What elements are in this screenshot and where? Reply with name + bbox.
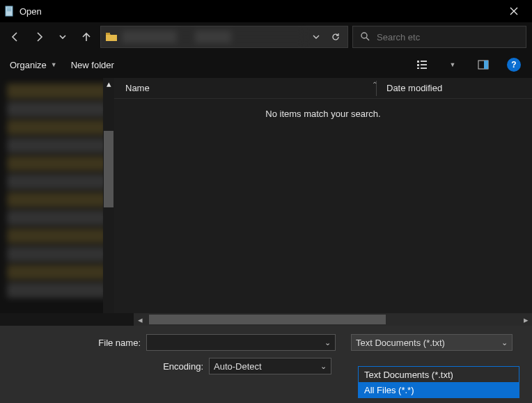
svg-rect-1 xyxy=(7,8,11,8)
filetype-select[interactable]: Text Documents (*.txt) ⌄ xyxy=(351,334,513,351)
close-button[interactable] xyxy=(500,1,528,21)
help-button[interactable]: ? xyxy=(506,56,522,73)
encoding-label: Encoding: xyxy=(0,361,209,372)
filetype-option[interactable]: Text Documents (*.txt) xyxy=(359,367,519,382)
nav-recent-button[interactable] xyxy=(53,27,72,47)
svg-rect-2 xyxy=(7,9,11,10)
address-bar[interactable] xyxy=(100,26,348,48)
svg-rect-3 xyxy=(7,10,11,11)
chevron-down-icon[interactable]: ⌄ xyxy=(501,338,508,347)
column-date-modified[interactable]: Date modified xyxy=(386,83,442,93)
filetype-option[interactable]: All Files (*.*) xyxy=(359,382,519,397)
filetype-dropdown[interactable]: Text Documents (*.txt) All Files (*.*) xyxy=(358,366,519,398)
nav-up-button[interactable] xyxy=(77,27,96,47)
nav-forward-button[interactable] xyxy=(29,27,49,47)
navigation-tree[interactable]: ▴ xyxy=(0,78,114,313)
filename-label: File name: xyxy=(0,338,146,348)
svg-rect-13 xyxy=(484,61,488,69)
svg-rect-11 xyxy=(421,68,427,69)
encoding-value: Auto-Detect xyxy=(214,361,262,372)
app-icon xyxy=(4,6,15,17)
scroll-left-icon[interactable]: ◂ xyxy=(134,313,146,326)
file-list: No items match your search. xyxy=(114,99,532,313)
address-path xyxy=(122,31,304,43)
organize-label: Organize xyxy=(10,60,47,70)
scroll-right-icon[interactable]: ▸ xyxy=(519,313,532,326)
column-headers[interactable]: Name ⌃ Date modified xyxy=(114,78,532,99)
new-folder-label: New folder xyxy=(71,60,114,70)
svg-rect-6 xyxy=(417,61,419,63)
caret-down-icon: ▼ xyxy=(51,61,57,68)
filename-input[interactable]: ⌄ xyxy=(146,334,336,351)
hscroll-thumb[interactable] xyxy=(149,315,386,324)
svg-rect-10 xyxy=(421,64,427,65)
scroll-up-icon[interactable]: ▴ xyxy=(103,78,114,89)
svg-rect-4 xyxy=(106,33,110,35)
view-caret-button[interactable]: ▼ xyxy=(444,56,461,73)
sort-indicator-icon: ⌃ xyxy=(372,81,377,88)
nav-back-button[interactable] xyxy=(6,27,25,47)
refresh-button[interactable] xyxy=(328,32,343,42)
svg-rect-8 xyxy=(417,68,419,69)
search-icon xyxy=(360,31,370,43)
organize-button[interactable]: Organize ▼ xyxy=(10,60,57,70)
filetype-value: Text Documents (*.txt) xyxy=(356,338,445,348)
encoding-select[interactable]: Auto-Detect ⌄ xyxy=(209,358,331,374)
address-history-button[interactable] xyxy=(308,33,324,41)
search-input[interactable] xyxy=(377,32,519,42)
chevron-down-icon[interactable]: ⌄ xyxy=(324,338,331,347)
empty-message: No items match your search. xyxy=(265,109,380,119)
search-box[interactable] xyxy=(352,26,526,48)
window-title: Open xyxy=(19,6,42,17)
svg-rect-7 xyxy=(417,64,419,66)
svg-rect-9 xyxy=(421,61,427,62)
view-options-button[interactable] xyxy=(414,56,430,73)
horizontal-scrollbar[interactable]: ◂ ▸ xyxy=(134,313,532,326)
preview-pane-button[interactable] xyxy=(475,56,492,73)
sidebar-scrollbar[interactable]: ▴ xyxy=(103,78,114,313)
folder-icon xyxy=(105,31,118,43)
chevron-down-icon[interactable]: ⌄ xyxy=(320,362,327,371)
column-name[interactable]: Name xyxy=(125,83,376,93)
scroll-thumb[interactable] xyxy=(104,131,114,207)
svg-point-5 xyxy=(361,33,367,38)
new-folder-button[interactable]: New folder xyxy=(71,60,114,70)
